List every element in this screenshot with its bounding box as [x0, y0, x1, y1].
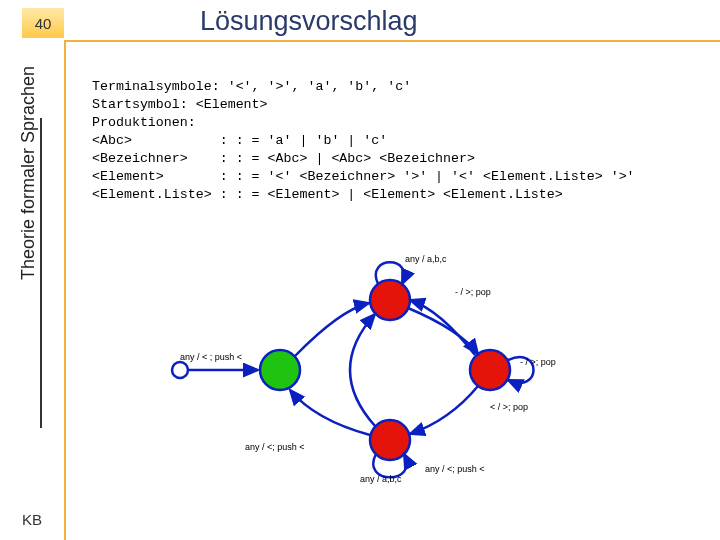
- state-green: [260, 350, 300, 390]
- side-label: Theorie formaler Sprachen: [18, 0, 39, 280]
- grammar-line: <Abc> : : = 'a' | 'b' | 'c': [92, 133, 387, 148]
- label-bottom-left: any / <; push <: [245, 442, 305, 452]
- automaton-diagram: any / a,b,c - / >; pop any / < ; push < …: [150, 250, 580, 490]
- label-right-down: < / >; pop: [490, 402, 528, 412]
- label-bottom-right: any / <; push <: [425, 464, 485, 474]
- label-right-self: - / >; pop: [520, 357, 556, 367]
- divider-horizontal: [64, 40, 720, 42]
- grammar-block: Terminalsymbole: '<', '>', 'a', 'b', 'c'…: [92, 78, 712, 204]
- footer-author: KB: [22, 511, 42, 528]
- state-top: [370, 280, 410, 320]
- edge-bottom-top: [350, 314, 375, 426]
- grammar-line: <Element.Liste> : : = <Element> | <Eleme…: [92, 187, 563, 202]
- grammar-line: Terminalsymbole: '<', '>', 'a', 'b', 'c': [92, 79, 411, 94]
- label-top-self: any / a,b,c: [405, 254, 447, 264]
- state-initial: [172, 362, 188, 378]
- grammar-line: Startsymbol: <Element>: [92, 97, 268, 112]
- divider-vertical: [64, 40, 66, 540]
- edge-right-bottom: [410, 386, 478, 434]
- edge-bottom-green: [290, 390, 370, 435]
- slide-title: Lösungsvorschlag: [200, 6, 418, 37]
- label-bottom-mid: any / a,b,c: [360, 474, 402, 484]
- label-top-right: - / >; pop: [455, 287, 491, 297]
- side-label-underline: [40, 118, 42, 428]
- edge-green-top: [295, 303, 369, 356]
- grammar-line: <Element> : : = '<' <Bezeichner> '>' | '…: [92, 169, 635, 184]
- label-left-in: any / < ; push <: [180, 352, 242, 362]
- grammar-line: Produktionen:: [92, 115, 196, 130]
- state-right: [470, 350, 510, 390]
- grammar-line: <Bezeichner> : : = <Abc> | <Abc> <Bezeic…: [92, 151, 475, 166]
- edge-right-top: [410, 300, 475, 355]
